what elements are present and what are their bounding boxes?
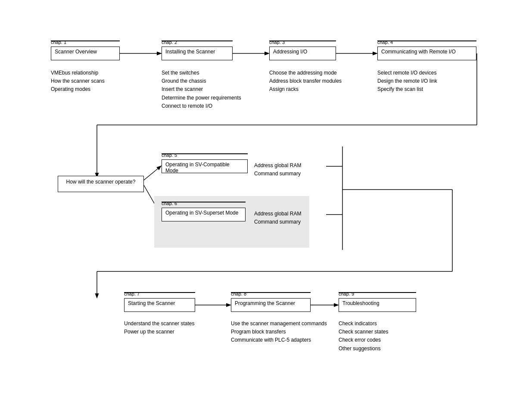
bullet-item: Specify the scan list (377, 85, 437, 93)
chap3-title: Addressing I/O (273, 49, 307, 55)
chap9-box: Troubleshooting (339, 298, 416, 312)
bullet-item: Communicate with PLC-5 adapters (231, 336, 327, 344)
chap5-box: Operating in SV-Compatible Mode (162, 159, 248, 173)
chap7-title: Starting the Scanner (128, 300, 175, 306)
bullet-item: Address block transfer modules (269, 77, 342, 85)
bullet-item: How the scanner scans (51, 77, 105, 85)
chap2-title: Installing the Scanner (165, 49, 215, 55)
bullet-item: Understand the scanner states (124, 320, 194, 328)
bullets-chap4: Select remote I/O devices Design the rem… (377, 69, 437, 94)
bullets-chap6: Address global RAM Command summary (254, 210, 301, 226)
bullet-item: Address global RAM (254, 210, 301, 218)
bullet-item: Design the remote I/O link (377, 77, 437, 85)
chap8-box: Programming the Scanner (231, 298, 311, 312)
bullet-item: Other suggestions (339, 345, 388, 353)
bullet-item: Assign racks (269, 85, 342, 93)
chap1-title: Scanner Overview (55, 49, 97, 55)
bullet-item: Select remote I/O devices (377, 69, 437, 77)
chap4-title: Communicating with Remote I/O (381, 49, 456, 55)
chap6-title: Operating in SV-Superset Mode (165, 210, 238, 216)
decision-text: How will the scanner operate? (66, 179, 136, 185)
bullet-item: Operating modes (51, 85, 105, 93)
chap5-title: Operating in SV-Compatible Mode (165, 162, 230, 174)
bullet-item: Power up the scanner (124, 328, 194, 336)
bullet-item: Command summary (254, 218, 301, 226)
bullet-item: Choose the addressing mode (269, 69, 342, 77)
bullets-chap3: Choose the addressing mode Address block… (269, 69, 342, 94)
chap2-box: Installing the Scanner (162, 47, 233, 60)
bullets-chap7: Understand the scanner states Power up t… (124, 320, 194, 336)
svg-line-6 (144, 166, 161, 180)
bullets-chap9: Check indicators Check scanner states Ch… (339, 320, 388, 353)
chap3-box: Addressing I/O (269, 47, 336, 60)
chap6-box: Operating in SV-Superset Mode (162, 208, 246, 221)
chap4-box: Communicating with Remote I/O (377, 47, 476, 60)
bullets-chap2: Set the switches Ground the chassis Inse… (162, 69, 241, 110)
bullets-chap5: Address global RAM Command summary (254, 162, 301, 178)
bullet-item: Use the scanner management commands (231, 320, 327, 328)
bullets-chap8: Use the scanner management commands Prog… (231, 320, 327, 345)
chap7-box: Starting the Scanner (124, 298, 195, 312)
bullet-item: Command summary (254, 170, 301, 178)
bullet-item: Check indicators (339, 320, 388, 328)
bullet-item: Program block transfers (231, 328, 327, 336)
decision-box: How will the scanner operate? (58, 176, 144, 192)
bullet-item: Check error codes (339, 336, 388, 344)
bullet-item: VMEbus relationship (51, 69, 105, 77)
bullets-chap1: VMEbus relationship How the scanner scan… (51, 69, 105, 94)
bullet-item: Ground the chassis (162, 77, 241, 85)
chap1-box: Scanner Overview (51, 47, 120, 60)
bullet-item: Determine the power requirements (162, 94, 241, 102)
bullet-item: Address global RAM (254, 162, 301, 170)
bullet-item: Insert the scanner (162, 85, 241, 93)
chap9-title: Troubleshooting (342, 300, 380, 306)
chap8-title: Programming the Scanner (235, 300, 295, 306)
bullet-item: Connect to remote I/O (162, 102, 241, 110)
bullet-item: Check scanner states (339, 328, 388, 336)
bullet-item: Set the switches (162, 69, 241, 77)
